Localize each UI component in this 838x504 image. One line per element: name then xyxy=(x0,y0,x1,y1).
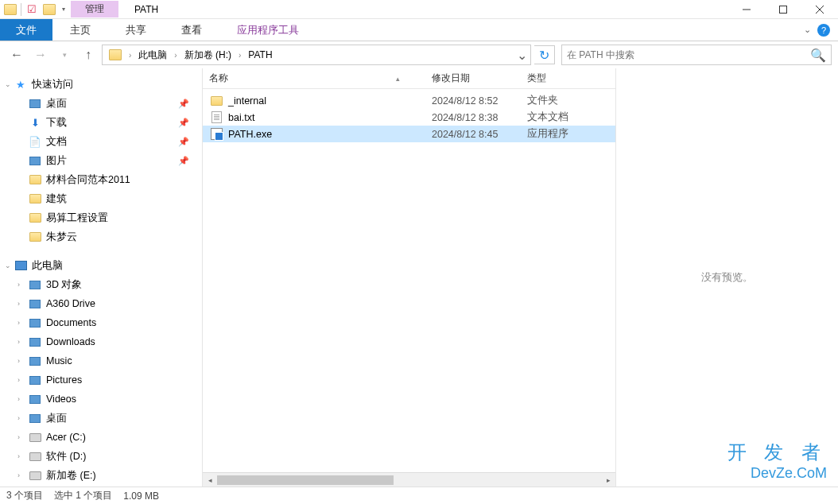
folder-icon[interactable] xyxy=(42,2,56,17)
file-row[interactable]: bai.txt 2024/8/12 8:38 文本文档 xyxy=(203,109,615,126)
tree-label: 建筑 xyxy=(46,192,67,206)
scroll-left-icon[interactable]: ◂ xyxy=(203,473,217,487)
tree-label: Documents xyxy=(46,317,96,328)
tree-item[interactable]: › Pictures xyxy=(3,370,199,390)
chevron-right-icon[interactable]: › xyxy=(17,414,20,422)
drive-icon xyxy=(29,431,41,444)
chevron-right-icon[interactable]: › xyxy=(17,433,20,441)
pc-icon[interactable] xyxy=(104,45,126,64)
chevron-right-icon[interactable]: › xyxy=(172,51,179,60)
tree-label: 朱梦云 xyxy=(46,231,77,244)
horizontal-scrollbar[interactable]: ◂ ▸ xyxy=(203,472,615,487)
tree-item[interactable]: › 软件 (D:) xyxy=(3,447,199,466)
tree-item[interactable]: 材料合同范本2011 xyxy=(3,170,199,189)
scroll-right-icon[interactable]: ▸ xyxy=(601,473,615,487)
ribbon-tab-home[interactable]: 主页 xyxy=(52,19,108,41)
folder-icon xyxy=(29,173,41,186)
tree-item[interactable]: › Documents xyxy=(3,313,199,332)
file-tab[interactable]: 文件 xyxy=(0,19,52,41)
column-type[interactable]: 类型 xyxy=(527,72,607,85)
address-dropdown[interactable]: ⌄ xyxy=(514,48,529,63)
up-button[interactable]: ↑ xyxy=(78,45,99,65)
tree-item[interactable]: › Acer (C:) xyxy=(3,428,199,447)
address-box[interactable]: › 此电脑 › 新加卷 (H:) › PATH ⌄ xyxy=(102,45,531,65)
chevron-right-icon[interactable]: › xyxy=(17,357,20,365)
tree-item[interactable]: › Videos xyxy=(3,390,199,409)
scroll-thumb[interactable] xyxy=(217,475,394,485)
file-date: 2024/8/12 8:45 xyxy=(432,129,527,140)
tree-label: 下载 xyxy=(46,116,67,130)
help-icon[interactable]: ? xyxy=(817,24,830,37)
file-type: 应用程序 xyxy=(527,127,607,141)
ribbon-tab-share[interactable]: 共享 xyxy=(108,19,164,41)
status-size: 1.09 MB xyxy=(123,490,159,502)
tree-item[interactable]: › 3D 对象 xyxy=(3,275,199,294)
chevron-right-icon[interactable]: › xyxy=(126,51,134,60)
ribbon-expand-icon[interactable]: ⌄ xyxy=(804,25,811,35)
column-date[interactable]: 修改日期 xyxy=(432,72,527,85)
tree-item[interactable]: › Music xyxy=(3,351,199,370)
scroll-track[interactable] xyxy=(217,475,601,485)
chevron-right-icon[interactable]: › xyxy=(17,395,20,403)
tree-item[interactable]: 图片 📌 xyxy=(3,151,199,170)
file-type: 文本文档 xyxy=(527,110,607,124)
chevron-down-icon[interactable]: ⌄ xyxy=(5,80,11,88)
tree-item[interactable]: 建筑 xyxy=(3,189,199,208)
file-row[interactable]: PATH.exe 2024/8/12 8:45 应用程序 xyxy=(203,126,615,142)
search-input[interactable] xyxy=(567,49,810,60)
qat-dropdown[interactable]: ▾ xyxy=(60,2,68,17)
tree-item[interactable]: › 桌面 xyxy=(3,409,199,428)
search-icon[interactable]: 🔍 xyxy=(810,48,826,63)
tree-item[interactable]: 📄 文档 📌 xyxy=(3,132,199,151)
manage-tab[interactable]: 管理 xyxy=(71,1,118,17)
recent-dropdown[interactable]: ▾ xyxy=(54,45,75,65)
chevron-right-icon[interactable]: › xyxy=(17,471,20,479)
maximize-button[interactable] xyxy=(765,0,801,19)
tree-item[interactable]: 易算工程设置 xyxy=(3,208,199,227)
file-type: 文件夹 xyxy=(527,94,607,107)
ribbon-tab-view[interactable]: 查看 xyxy=(164,19,219,41)
main-area: ⌄ ★ 快速访问 桌面 📌 ⬇ 下载 📌 📄 文档 📌 图片 📌 材料合同范本2… xyxy=(0,68,838,487)
ribbon-tab-apptools[interactable]: 应用程序工具 xyxy=(219,19,316,41)
chevron-right-icon[interactable]: › xyxy=(236,51,243,60)
tree-this-pc[interactable]: ⌄ 此电脑 xyxy=(3,256,199,275)
navigation-tree[interactable]: ⌄ ★ 快速访问 桌面 📌 ⬇ 下载 📌 📄 文档 📌 图片 📌 材料合同范本2… xyxy=(0,68,203,487)
breadcrumb-item[interactable]: 此电脑 xyxy=(134,45,172,64)
ribbon: 文件 主页 共享 查看 应用程序工具 ⌄ ? xyxy=(0,19,838,41)
file-name: bai.txt xyxy=(228,112,432,123)
chevron-right-icon[interactable]: › xyxy=(17,319,20,327)
search-box[interactable]: 🔍 xyxy=(561,45,832,65)
breadcrumb-item[interactable]: PATH xyxy=(243,45,277,64)
chevron-right-icon[interactable]: › xyxy=(17,452,20,460)
tree-quick-access[interactable]: ⌄ ★ 快速访问 xyxy=(3,75,199,94)
tree-label: Music xyxy=(46,355,72,366)
tree-item[interactable]: ⬇ 下载 📌 xyxy=(3,113,199,132)
tree-item[interactable]: › Downloads xyxy=(3,332,199,351)
refresh-button[interactable]: ↻ xyxy=(534,45,555,64)
document-icon: 📄 xyxy=(29,135,41,148)
chevron-right-icon[interactable]: › xyxy=(17,338,20,346)
file-rows: _internal 2024/8/12 8:52 文件夹 bai.txt 202… xyxy=(203,89,615,472)
tree-label: 易算工程设置 xyxy=(46,211,108,225)
tree-item[interactable]: › A360 Drive xyxy=(3,294,199,313)
forward-button[interactable]: → xyxy=(30,45,51,65)
tree-label: 桌面 xyxy=(46,97,67,110)
checkbox-icon[interactable]: ☑ xyxy=(25,2,39,17)
back-button[interactable]: ← xyxy=(6,45,27,65)
folder-icon[interactable] xyxy=(3,2,17,17)
tree-item[interactable]: 朱梦云 xyxy=(3,227,199,246)
pin-icon: 📌 xyxy=(178,156,189,166)
minimize-button[interactable] xyxy=(728,0,765,19)
close-button[interactable] xyxy=(801,0,838,19)
chevron-right-icon[interactable]: › xyxy=(17,376,20,384)
chevron-right-icon[interactable]: › xyxy=(17,281,20,289)
file-row[interactable]: _internal 2024/8/12 8:52 文件夹 xyxy=(203,92,615,109)
breadcrumb-item[interactable]: 新加卷 (H:) xyxy=(180,45,236,64)
file-list: 名称▴ 修改日期 类型 _internal 2024/8/12 8:52 文件夹… xyxy=(203,68,615,487)
window-title: PATH xyxy=(118,4,158,15)
column-name[interactable]: 名称▴ xyxy=(209,72,432,85)
tree-item[interactable]: 桌面 📌 xyxy=(3,94,199,113)
chevron-down-icon[interactable]: ⌄ xyxy=(5,262,11,269)
chevron-right-icon[interactable]: › xyxy=(17,300,20,308)
tree-item[interactable]: › 新加卷 (E:) xyxy=(3,466,199,485)
